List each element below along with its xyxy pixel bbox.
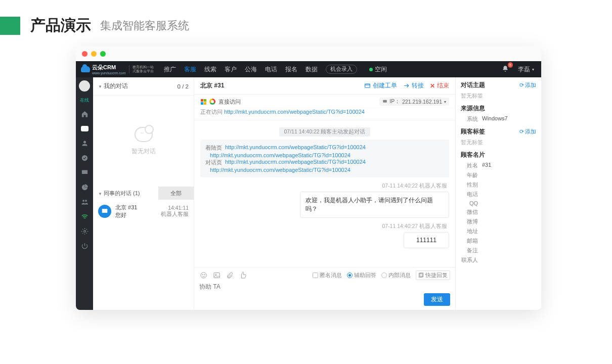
nav-leads[interactable]: 线索	[204, 66, 216, 73]
windows-icon	[200, 99, 206, 105]
chat-icon[interactable]	[80, 124, 89, 133]
app-window: 云朵CRM www.yunduocrm.com 教育机构一站式服务云平台 推广 …	[76, 46, 541, 310]
page-link[interactable]: http://mkt.yunduocrm.com/webpageStatic/T…	[225, 159, 366, 166]
visiting-url-link[interactable]: http://mkt.yunduocrm.com/webpageStatic/T…	[224, 109, 365, 115]
filter-all-button[interactable]: 全部	[158, 187, 194, 200]
conversation-item[interactable]: 北京 #31 您好 14:41:11 机器人客服	[93, 200, 194, 223]
page-link[interactable]: http://mkt.yunduocrm.com/webpageStatic/T…	[210, 152, 351, 158]
top-nav: 云朵CRM www.yunduocrm.com 教育机构一站式服务云平台 推广 …	[76, 61, 541, 77]
thumbs-up-icon[interactable]	[239, 271, 247, 280]
slide-title: 产品演示	[30, 15, 91, 36]
message-input[interactable]	[199, 283, 450, 290]
tags-empty: 暂无标签	[461, 139, 536, 146]
assist-reply-radio[interactable]: 辅助回答	[347, 271, 376, 279]
page-link[interactable]: http://mkt.yunduocrm.com/webpageStatic/T…	[225, 144, 366, 152]
ip-pill[interactable]: IP：221.219.162.191 ▾	[379, 98, 449, 106]
svg-point-4	[83, 230, 85, 232]
maximize-icon[interactable]	[100, 51, 106, 57]
conversation-preview: 您好	[115, 211, 157, 219]
internal-message-radio[interactable]: 内部消息	[381, 271, 411, 279]
person-icon[interactable]	[80, 139, 89, 148]
nav-pool[interactable]: 公海	[245, 66, 257, 73]
nav-promo[interactable]: 推广	[164, 66, 176, 73]
user-menu[interactable]: 李磊 ▾	[518, 66, 541, 73]
refresh-icon: ⟳	[519, 128, 524, 135]
close-icon: ✕	[430, 82, 435, 89]
chat-scroll[interactable]: 07/11 14:40:22 顾客主动发起对话 着陆页http://mkt.yu…	[194, 120, 455, 267]
brand-logo[interactable]: 云朵CRM www.yunduocrm.com 教育机构一站式服务云平台	[76, 61, 159, 77]
image-icon[interactable]	[212, 271, 221, 280]
pie-chart-icon[interactable]	[80, 183, 89, 192]
quick-reply-button[interactable]: 快捷回复	[416, 270, 450, 280]
agent-status[interactable]: 空闲	[369, 66, 387, 73]
svg-point-11	[204, 275, 204, 275]
add-topic-button[interactable]: ⟳添加	[519, 81, 536, 89]
record-opportunity-button[interactable]: 机会录入	[326, 65, 357, 74]
chat-header: 北京 #31 创建工单 转接 ✕ 结束	[194, 77, 455, 95]
chat-panel: 北京 #31 创建工单 转接 ✕ 结束	[194, 77, 455, 310]
anon-message-checkbox[interactable]: 匿名消息	[313, 271, 342, 279]
chevron-down-icon: ▾	[532, 67, 534, 72]
composer: 匿名消息 辅助回答 内部消息 快捷回复 发送	[194, 267, 455, 310]
monitor-icon[interactable]	[80, 168, 89, 177]
chevron-down-icon: ▾	[444, 100, 446, 104]
nav-data[interactable]: 数据	[305, 66, 318, 73]
message-meta: 07-11 14:40:22 机器人客服	[202, 183, 447, 190]
svg-point-2	[82, 200, 84, 202]
conversation-time: 14:41:11	[161, 205, 189, 211]
quick-reply-icon	[418, 272, 424, 278]
brand-url: www.yunduocrm.com	[92, 71, 126, 75]
system-event-pill: 07/11 14:40:22 顾客主动发起对话	[279, 127, 371, 136]
attachment-icon[interactable]	[226, 271, 234, 280]
details-panel: 对话主题 ⟳添加 暂无标签 来源信息 系统Windows7 顾客标签 ⟳添加 暂…	[455, 77, 541, 310]
avatar[interactable]	[79, 80, 90, 92]
check-circle-icon[interactable]	[80, 153, 89, 162]
home-icon[interactable]	[80, 109, 89, 118]
slide-subtitle: 集成智能客服系统	[100, 18, 189, 33]
group-icon[interactable]	[80, 197, 89, 206]
mac-title-bar	[76, 46, 541, 61]
my-conversations-count: 0 / 2	[178, 83, 189, 89]
empty-label: 暂无对话	[132, 147, 156, 156]
brand-tagline: 教育机构一站式服务云平台	[129, 65, 154, 73]
card-heading: 顾客名片	[461, 151, 485, 159]
system-value: Windows7	[482, 115, 508, 123]
side-rail: 在线	[76, 77, 93, 310]
my-conversations-label: 我的对话	[104, 83, 128, 89]
page-link[interactable]: http://mkt.yunduocrm.com/webpageStatic/T…	[210, 167, 351, 173]
minimize-icon[interactable]	[91, 51, 97, 57]
nav-signup[interactable]: 报名	[285, 66, 297, 73]
transfer-icon	[403, 82, 410, 89]
empty-chat-icon	[135, 127, 153, 142]
chrome-icon	[209, 99, 215, 105]
visitor-info-bar: 直接访问 IP：221.219.162.191 ▾	[194, 95, 455, 108]
close-icon[interactable]	[82, 51, 88, 57]
svg-rect-7	[365, 84, 370, 88]
svg-point-0	[81, 155, 87, 160]
bot-message-bubble: 欢迎，我是机器人小助手，请问遇到了什么问题吗？	[300, 192, 449, 218]
conversation-title: 北京 #31	[115, 204, 157, 211]
nav-phone[interactable]: 电话	[265, 66, 277, 73]
notifications-button[interactable]: 5	[502, 65, 509, 73]
my-conversations-header[interactable]: ▼我的对话 0 / 2	[93, 77, 194, 96]
agent-status-label: 空闲	[375, 66, 387, 73]
power-icon[interactable]	[80, 241, 89, 250]
send-button[interactable]: 发送	[424, 293, 450, 306]
card-name-value: #31	[482, 162, 491, 169]
wifi-icon[interactable]	[80, 212, 89, 221]
emoji-icon[interactable]	[199, 271, 207, 280]
tags-heading: 顾客标签	[461, 128, 485, 135]
gear-icon[interactable]	[80, 226, 89, 236]
end-button[interactable]: ✕ 结束	[427, 82, 452, 89]
nav-customers[interactable]: 客户	[225, 66, 237, 73]
nav-service[interactable]: 客服	[184, 66, 196, 73]
peer-conversations-label: 同事的对话 (1)	[104, 190, 140, 196]
composer-toolbar: 匿名消息 辅助回答 内部消息 快捷回复	[194, 267, 455, 283]
add-tag-button[interactable]: ⟳添加	[519, 128, 536, 135]
source-heading: 来源信息	[461, 105, 485, 112]
notifications-badge: 5	[508, 62, 513, 68]
create-ticket-button[interactable]: 创建工单	[361, 82, 400, 89]
transfer-button[interactable]: 转接	[400, 82, 427, 89]
system-key: 系统	[461, 115, 478, 123]
slide-header: 产品演示 集成智能客服系统	[0, 0, 612, 46]
